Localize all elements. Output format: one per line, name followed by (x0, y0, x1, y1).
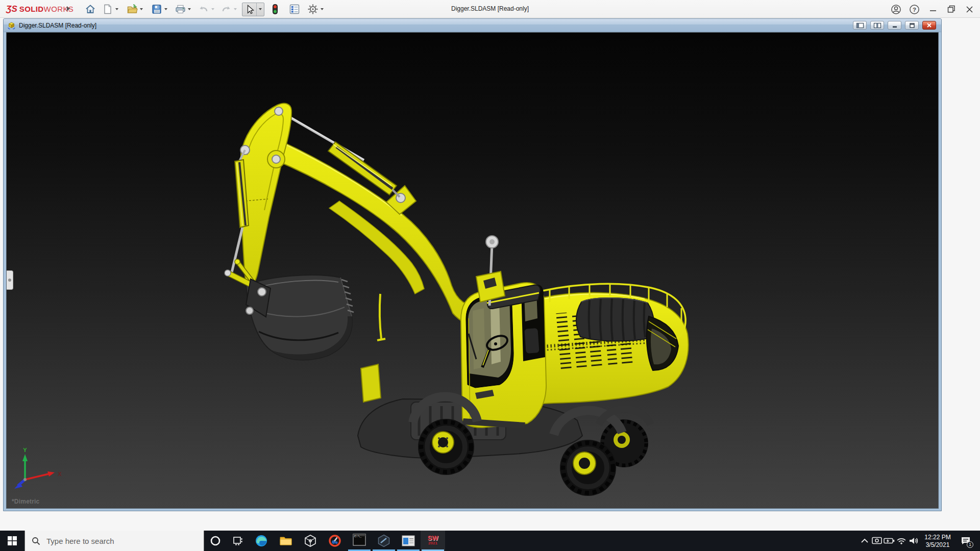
excavator-model[interactable] (7, 33, 939, 509)
select-tool-button[interactable] (242, 3, 257, 16)
rear-wheel[interactable] (560, 440, 616, 496)
save-icon (151, 4, 162, 15)
pane-left-icon (856, 22, 864, 29)
home-icon (85, 4, 96, 15)
save-dropdown[interactable] (163, 3, 168, 16)
taskbar-app-system-window[interactable] (396, 531, 421, 551)
doc-restore-icon (909, 22, 916, 29)
doc-close-button[interactable] (922, 21, 936, 30)
pane-split-icon (873, 22, 881, 29)
tray-chevron-button[interactable] (859, 531, 871, 551)
undo-button[interactable] (197, 3, 210, 16)
cortana-button[interactable] (204, 531, 227, 551)
notification-count-badge: 1 (967, 541, 973, 548)
taskbar-app-solidworks[interactable]: SW 2021 (421, 531, 445, 551)
doc-minimize-button[interactable] (888, 21, 901, 30)
help-icon: ? (909, 4, 920, 15)
redo-dropdown[interactable] (233, 3, 238, 16)
svg-text:?: ? (913, 6, 916, 12)
taskbar-app-file-explorer[interactable] (274, 531, 298, 551)
feature-manager-collapse-tab[interactable] (7, 270, 13, 290)
ds-logo-mark: ƷS (6, 4, 17, 14)
tray-battery-button[interactable] (883, 531, 895, 551)
taskbar-clock[interactable]: 12:22 PM 3/5/2021 (920, 533, 955, 549)
doc-pane-split-button[interactable] (870, 21, 884, 30)
select-tool-dropdown[interactable] (257, 3, 264, 16)
gear-icon (307, 4, 318, 15)
doc-restore-button[interactable] (905, 21, 919, 30)
taskbar-app-visualize[interactable] (323, 531, 347, 551)
new-document-button[interactable] (101, 3, 114, 16)
restore-icon (947, 5, 955, 13)
command-prompt-label: C:\_ (354, 535, 361, 538)
document-window-controls (853, 21, 936, 30)
assembly-document-icon (7, 21, 16, 30)
engine-cover[interactable] (576, 298, 654, 341)
taskbar-app-hex-utility[interactable] (372, 531, 396, 551)
clock-time: 12:22 PM (920, 534, 955, 541)
select-tool-group (242, 3, 264, 16)
open-dropdown[interactable] (139, 3, 144, 16)
home-button[interactable] (84, 3, 97, 16)
front-counterweight[interactable] (361, 364, 381, 402)
print-dropdown[interactable] (187, 3, 192, 16)
clock-date: 3/5/2021 (920, 541, 955, 549)
doc-close-icon (926, 22, 933, 28)
open-folder-icon (127, 4, 138, 15)
document-titlebar[interactable]: Digger.SLDASM [Read-only] (4, 19, 941, 32)
solidworks-application: ƷSSOLIDWORKS (0, 0, 980, 551)
triad-x-label: X (58, 471, 62, 477)
front-handrail (377, 294, 385, 340)
document-title: Digger.SLDASM [Read-only] (19, 22, 96, 29)
options-button[interactable] (306, 3, 320, 16)
options-dropdown[interactable] (320, 3, 325, 16)
triad-y-label: Y (23, 447, 27, 453)
save-button[interactable] (150, 3, 163, 16)
edge-icon (255, 534, 268, 547)
taskbar-search[interactable] (24, 531, 204, 551)
visualize-icon (328, 534, 341, 547)
search-input[interactable] (46, 537, 179, 545)
taskbar-app-edge[interactable] (249, 531, 274, 551)
cortana-icon (210, 535, 221, 546)
taskbar-app-command-prompt[interactable]: C:\_ (347, 531, 372, 551)
chevron-up-icon (861, 538, 869, 544)
start-button[interactable] (0, 531, 24, 551)
orientation-triad: Y X (14, 447, 70, 498)
help-button[interactable]: ? (909, 4, 920, 15)
print-button[interactable] (174, 3, 187, 16)
undo-dropdown[interactable] (210, 3, 215, 16)
restore-button[interactable] (946, 4, 957, 15)
tray-meet-now-button[interactable] (871, 531, 883, 551)
tray-volume-button[interactable] (908, 531, 920, 551)
system-tray: 12:22 PM 3/5/2021 1 (859, 531, 980, 551)
action-center-button[interactable]: 1 (955, 531, 976, 551)
doc-minimize-icon (891, 22, 898, 29)
new-document-dropdown[interactable] (114, 3, 119, 16)
view-orientation-label: *Dimetric (12, 498, 40, 505)
task-view-button[interactable] (227, 531, 249, 551)
dipper-arm[interactable] (240, 104, 291, 285)
doc-pane-left-button[interactable] (853, 21, 867, 30)
minimize-button[interactable] (927, 4, 938, 15)
taskbar-app-3d-viewer[interactable] (298, 531, 323, 551)
redo-button[interactable] (219, 3, 233, 16)
solidworks-2021-icon: SW 2021 (428, 536, 438, 546)
account-button[interactable] (891, 4, 901, 15)
open-button[interactable] (126, 3, 139, 16)
menu-expand-arrow-icon[interactable] (67, 6, 70, 11)
front-wheel[interactable] (418, 419, 474, 475)
volume-icon (909, 536, 919, 545)
3d-viewer-icon (304, 534, 317, 547)
tray-network-button[interactable] (895, 531, 908, 551)
print-icon (175, 4, 186, 15)
wifi-icon (896, 537, 906, 545)
app-titlebar: ƷSSOLIDWORKS (0, 0, 980, 18)
boom-mount-bracket[interactable] (476, 271, 505, 302)
graphics-viewport[interactable]: Y X *Dimetric (6, 32, 939, 509)
quick-access-toolbar (84, 3, 325, 16)
windows-logo-icon (8, 536, 17, 545)
close-button[interactable] (964, 4, 975, 15)
rebuild-button[interactable] (268, 3, 282, 16)
display-pane-button[interactable] (288, 3, 301, 16)
